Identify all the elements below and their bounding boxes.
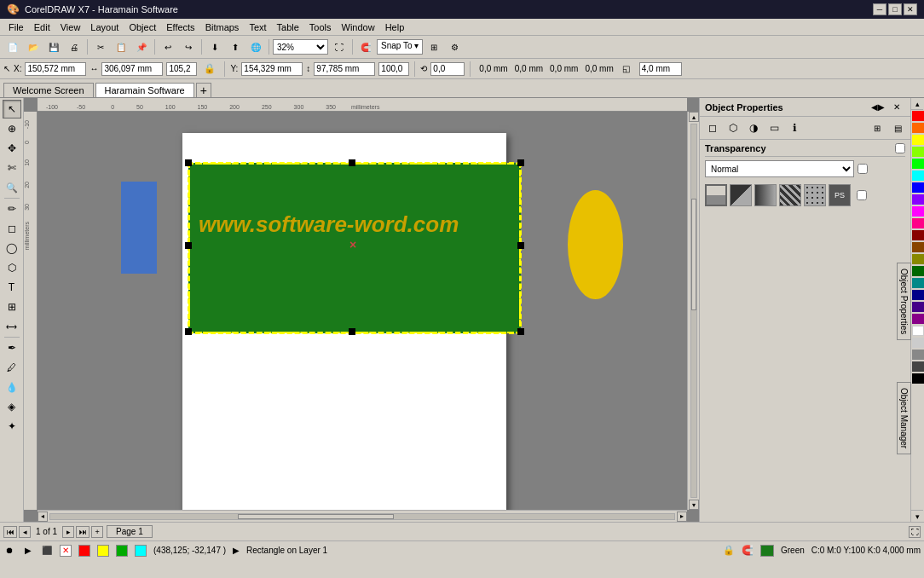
color-swatch-purple[interactable]: [912, 194, 924, 205]
color-swatch-cyan[interactable]: [912, 171, 924, 181]
obj-manager-tab-label2[interactable]: Object Manager: [897, 382, 911, 454]
trans-mode-texture[interactable]: [804, 184, 826, 206]
trans-mode-pattern[interactable]: [779, 184, 801, 206]
text-tool[interactable]: T: [3, 278, 21, 297]
info-icon-button[interactable]: ℹ: [785, 119, 804, 136]
square-icon-button[interactable]: ▭: [765, 119, 783, 136]
handle-ml[interactable]: [185, 242, 192, 249]
paste-button[interactable]: 📌: [132, 38, 151, 55]
play-button[interactable]: ▶: [22, 545, 34, 557]
new-button[interactable]: 📄: [3, 38, 22, 55]
scroll-track-v[interactable]: [690, 124, 697, 498]
color-swatch-lime[interactable]: [912, 147, 924, 157]
dimension-tool[interactable]: ⟷: [3, 317, 21, 336]
swatch-x[interactable]: ✕: [60, 545, 72, 557]
table-tool[interactable]: ⊞: [3, 298, 21, 316]
record-button[interactable]: ⏺: [3, 545, 15, 557]
scroll-up-button[interactable]: ▴: [689, 112, 699, 122]
crop-tool[interactable]: ✄: [3, 159, 21, 177]
panel-collapse-button[interactable]: ◀▶: [869, 100, 886, 115]
menu-table[interactable]: Table: [272, 20, 304, 34]
y-input[interactable]: 154,329 mm: [241, 62, 303, 76]
panel-close-button[interactable]: ✕: [888, 100, 905, 115]
export-button[interactable]: ⬆: [226, 38, 245, 55]
freehand-pick-tool[interactable]: ⊕: [3, 119, 21, 138]
palette-scroll-up[interactable]: ▴: [911, 98, 923, 110]
undo-button[interactable]: ↩: [159, 38, 177, 55]
stop-button[interactable]: ⬛: [41, 545, 53, 557]
swatch-yellow[interactable]: [97, 545, 109, 557]
color-swatch-darkgreen[interactable]: [912, 266, 924, 276]
color-swatch-lightgray[interactable]: [912, 338, 924, 348]
corner-options-button[interactable]: ◱: [617, 61, 636, 78]
handle-mr[interactable]: [517, 242, 524, 249]
horizontal-scrollbar[interactable]: ◂ ▸: [38, 510, 687, 522]
transparency-type-dropdown[interactable]: Normal Add Subtract Multiply: [705, 160, 854, 177]
menu-view[interactable]: View: [55, 20, 86, 34]
page-nav-last[interactable]: ⏭: [76, 526, 90, 538]
menu-effects[interactable]: Effects: [161, 20, 199, 34]
tab-add-button[interactable]: +: [196, 83, 211, 97]
rectangle-tool[interactable]: ◻: [3, 219, 21, 238]
handle-tl[interactable]: [185, 159, 192, 166]
obj-manager-tab-label[interactable]: Object Properties: [897, 263, 911, 340]
fill-icon-button[interactable]: ◻: [703, 119, 722, 136]
menu-window[interactable]: Window: [337, 20, 380, 34]
snap-to-dropdown[interactable]: Snap To ▾: [377, 39, 423, 55]
menu-layout[interactable]: Layout: [85, 20, 124, 34]
color-swatch-white[interactable]: [912, 326, 924, 336]
color-swatch-darkred[interactable]: [912, 230, 924, 240]
color-swatch-darkblue[interactable]: [912, 290, 924, 300]
menu-help[interactable]: Help: [380, 20, 410, 34]
copy-button[interactable]: 📋: [112, 38, 130, 55]
color-swatch-indigo[interactable]: [912, 302, 924, 312]
maximize-button[interactable]: □: [888, 3, 902, 15]
snap-settings-button[interactable]: 🧲: [356, 38, 375, 55]
zoom-fit-button[interactable]: ⛶: [909, 526, 921, 538]
x-input[interactable]: 150,572 mm: [25, 62, 86, 76]
color-swatch-red[interactable]: [912, 111, 924, 121]
page-nav-add[interactable]: +: [91, 526, 103, 538]
menu-file[interactable]: File: [3, 20, 29, 34]
scroll-thumb-h[interactable]: [238, 514, 394, 519]
zoom-full-button[interactable]: ⛶: [330, 38, 349, 55]
import-button[interactable]: ⬇: [205, 38, 224, 55]
color-swatch-teal[interactable]: [912, 278, 924, 288]
select-tool[interactable]: ↖: [3, 100, 21, 118]
trans-mode-none[interactable]: [705, 184, 727, 206]
color-swatch-gray[interactable]: [912, 350, 924, 360]
cut-button[interactable]: ✂: [91, 38, 110, 55]
freehand-tool[interactable]: ✏: [3, 199, 21, 218]
smart-fill-tool[interactable]: ✦: [3, 417, 21, 436]
rot-input[interactable]: 0,0: [430, 62, 465, 76]
color-swatch-olive[interactable]: [912, 254, 924, 264]
vertical-scrollbar[interactable]: ▴ ▾: [687, 112, 699, 510]
page-tab[interactable]: Page 1: [107, 525, 153, 538]
yellow-ellipse[interactable]: [568, 190, 623, 299]
q-input[interactable]: 100,0: [378, 62, 409, 76]
handle-bl[interactable]: [185, 328, 192, 335]
zoom-selector[interactable]: 32% 50% 100%: [273, 39, 328, 55]
menu-tools[interactable]: Tools: [304, 20, 337, 34]
color-swatch-pink[interactable]: [912, 218, 924, 228]
scroll-left-button[interactable]: ◂: [38, 512, 48, 522]
trans-mode-postscript[interactable]: PS: [829, 184, 851, 206]
scroll-track-h[interactable]: [49, 513, 675, 520]
color-swatch-yellow[interactable]: [912, 135, 924, 145]
page-nav-next[interactable]: ▸: [62, 526, 74, 538]
fill-tool[interactable]: 💧: [3, 378, 21, 396]
trans-apply-checkbox[interactable]: [858, 164, 868, 174]
color-swatch-blue[interactable]: [912, 182, 924, 193]
color-swatch-magenta[interactable]: [912, 206, 924, 217]
trans-mode-uniform[interactable]: [730, 184, 752, 206]
ellipse-tool[interactable]: ◯: [3, 239, 21, 257]
paintbrush-tool[interactable]: 🖊: [3, 358, 21, 377]
transform-tool[interactable]: ✥: [3, 139, 21, 158]
trans-mode-fountain[interactable]: [754, 184, 777, 206]
color-swatch-darkmagenta[interactable]: [912, 314, 924, 324]
corner-size-input[interactable]: [639, 62, 682, 76]
zoom-tool[interactable]: 🔍: [3, 178, 21, 197]
palette-scroll-down[interactable]: ▾: [911, 510, 923, 522]
snap-icon[interactable]: ⊞: [424, 38, 443, 55]
transparency-icon-button[interactable]: ◑: [744, 119, 763, 136]
